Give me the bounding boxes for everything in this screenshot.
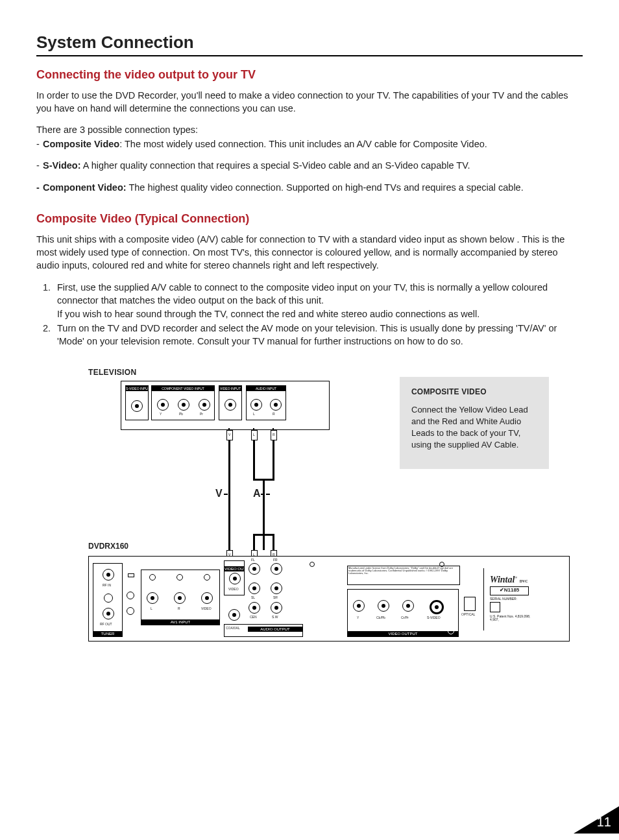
cable-audio-r [273, 440, 274, 479]
type-component: - Component Video: The highest quality v… [36, 182, 583, 195]
label-television: TELEVISION [88, 368, 136, 377]
cable-audio-l [253, 440, 255, 479]
section-composite-video: Composite Video (Typical Connection) Thi… [36, 212, 583, 348]
marker-a: A [253, 488, 261, 499]
infobox-composite-video: COMPOSITE VIDEO Connect the Yellow Video… [400, 377, 549, 470]
label-dvdrx160: DVDRX160 [88, 542, 128, 551]
dolby-notice: Manufactured under license from Dolby La… [347, 566, 460, 585]
plug-video-top: V [226, 430, 233, 440]
tv-back-panel: S-VIDEO INPUT COMPONENT VIDEO INPUT Y Pb… [121, 381, 330, 430]
page-title: System Connection [36, 32, 583, 56]
step-2: Turn on the TV and DVD recorder and sele… [53, 322, 583, 348]
patent-text: U.S. Patent Nos. 4,819,098; 4,907, [490, 615, 533, 622]
plug-audio-r-top: R [271, 430, 277, 440]
page-number-corner: 11 [574, 806, 619, 834]
cable-video [228, 440, 230, 550]
marker-v: V [215, 488, 223, 499]
connection-diagram: TELEVISION DVDRX160 S-VIDEO INPUT COMPON… [36, 368, 583, 660]
steps-list: First, use the supplied A/V cable to con… [36, 281, 583, 348]
type-composite: - Composite Video: The most widely used … [36, 138, 583, 151]
step-1: First, use the supplied A/V cable to con… [53, 281, 583, 320]
plug-audio-l-top: L [251, 430, 258, 440]
types-lead: There are 3 possible connection types: [36, 124, 583, 137]
section1-heading: Connecting the video output to your TV [36, 68, 583, 82]
section1-intro: In order to use the DVD Recorder, you'll… [36, 90, 583, 115]
dvd-back-panel: RF IN RF OUT TUNER L R VIDEO AV1 INPU [88, 556, 570, 642]
brand-logo: Wintal® DVC [490, 575, 528, 585]
type-svideo: - S-Video: A higher quality connection t… [36, 160, 583, 173]
section-video-output: Connecting the video output to your TV I… [36, 68, 583, 194]
section2-para: This unit ships with a composite video (… [36, 234, 583, 272]
model-badge: ✔N1185 [490, 586, 529, 595]
infobox-body: Connect the Yellow Video Lead and the Re… [411, 404, 537, 451]
infobox-title: COMPOSITE VIDEO [411, 387, 537, 396]
section2-heading: Composite Video (Typical Connection) [36, 212, 583, 226]
page-number: 11 [597, 815, 611, 830]
